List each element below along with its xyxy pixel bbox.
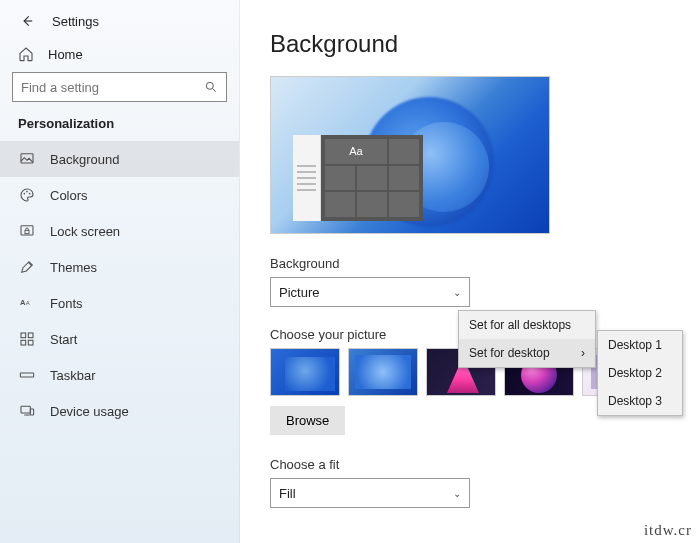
svg-rect-11 <box>21 340 26 345</box>
page-title: Background <box>270 30 670 58</box>
context-submenu: Desktop 1 Desktop 2 Desktop 3 <box>597 330 683 416</box>
picture-thumbnail-1[interactable] <box>270 348 340 396</box>
svg-point-4 <box>29 193 31 195</box>
background-preview: Aa <box>270 76 550 234</box>
preview-start-window: Aa <box>293 135 423 221</box>
nav-label: Start <box>50 332 77 347</box>
sidebar-item-colors[interactable]: Colors <box>0 177 239 213</box>
sidebar-item-background[interactable]: Background <box>0 141 239 177</box>
menu-item-set-for-desktop[interactable]: Set for desktop › <box>459 339 595 367</box>
search-input[interactable] <box>21 80 204 95</box>
main-content: Background Aa Background Picture ⌄ Choo <box>240 0 700 543</box>
start-icon <box>18 330 36 348</box>
background-dropdown-label: Background <box>270 256 670 271</box>
svg-rect-10 <box>28 333 33 338</box>
device-usage-icon <box>18 402 36 420</box>
palette-icon <box>18 186 36 204</box>
nav-label: Device usage <box>50 404 129 419</box>
svg-rect-14 <box>21 406 30 413</box>
home-icon <box>18 46 36 62</box>
themes-icon <box>18 258 36 276</box>
search-icon <box>204 80 218 94</box>
home-label: Home <box>48 47 83 62</box>
svg-rect-1 <box>21 154 33 163</box>
menu-item-desktop-3[interactable]: Desktop 3 <box>598 387 682 415</box>
fit-label: Choose a fit <box>270 457 670 472</box>
nav-label: Fonts <box>50 296 83 311</box>
background-type-dropdown[interactable]: Picture ⌄ <box>270 277 470 307</box>
preview-tile-aa: Aa <box>325 139 387 164</box>
nav-label: Taskbar <box>50 368 96 383</box>
chevron-down-icon: ⌄ <box>453 287 461 298</box>
sidebar-item-lock-screen[interactable]: Lock screen <box>0 213 239 249</box>
sidebar-item-home[interactable]: Home <box>0 40 239 72</box>
sidebar-item-device-usage[interactable]: Device usage <box>0 393 239 429</box>
back-arrow-icon <box>20 14 34 28</box>
nav-label: Background <box>50 152 119 167</box>
sidebar-item-start[interactable]: Start <box>0 321 239 357</box>
picture-icon <box>18 150 36 168</box>
browse-button[interactable]: Browse <box>270 406 345 435</box>
dropdown-value: Fill <box>279 486 296 501</box>
fonts-icon: AA <box>18 294 36 312</box>
menu-item-desktop-2[interactable]: Desktop 2 <box>598 359 682 387</box>
context-menu: Set for all desktops Set for desktop › <box>458 310 596 368</box>
app-title: Settings <box>52 14 99 29</box>
chevron-down-icon: ⌄ <box>453 488 461 499</box>
sidebar-item-themes[interactable]: Themes <box>0 249 239 285</box>
svg-rect-9 <box>21 333 26 338</box>
menu-item-set-all-desktops[interactable]: Set for all desktops <box>459 311 595 339</box>
section-label: Personalization <box>0 116 239 141</box>
lock-screen-icon <box>18 222 36 240</box>
watermark: itdw.cr <box>644 522 692 539</box>
nav-label: Lock screen <box>50 224 120 239</box>
picture-thumbnail-2[interactable] <box>348 348 418 396</box>
svg-rect-15 <box>30 409 33 415</box>
sidebar: Settings Home Personalization Background <box>0 0 240 543</box>
dropdown-value: Picture <box>279 285 319 300</box>
svg-text:A: A <box>26 300 30 306</box>
svg-point-2 <box>24 193 26 195</box>
back-button[interactable] <box>18 12 36 30</box>
search-input-wrapper[interactable] <box>12 72 227 102</box>
fit-dropdown[interactable]: Fill ⌄ <box>270 478 470 508</box>
svg-rect-6 <box>25 230 29 233</box>
taskbar-icon <box>18 366 36 384</box>
svg-point-0 <box>206 82 213 89</box>
chevron-right-icon: › <box>581 346 585 360</box>
sidebar-item-fonts[interactable]: AA Fonts <box>0 285 239 321</box>
svg-point-3 <box>26 191 28 193</box>
nav-label: Themes <box>50 260 97 275</box>
menu-item-desktop-1[interactable]: Desktop 1 <box>598 331 682 359</box>
svg-text:A: A <box>20 298 26 307</box>
svg-rect-13 <box>20 373 33 377</box>
sidebar-item-taskbar[interactable]: Taskbar <box>0 357 239 393</box>
nav-label: Colors <box>50 188 88 203</box>
svg-rect-12 <box>28 340 33 345</box>
